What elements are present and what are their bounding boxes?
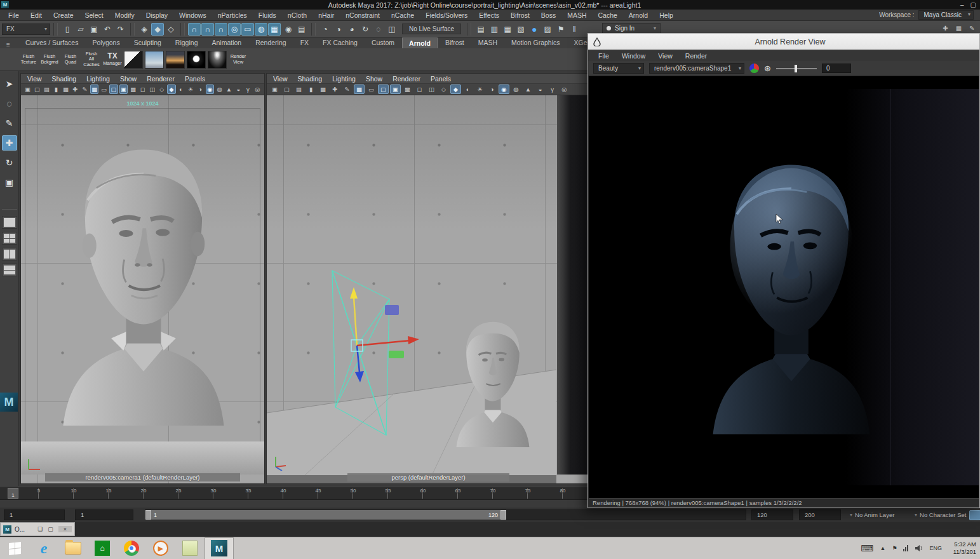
camera-attributes-icon[interactable]: ▤ <box>293 84 304 94</box>
playback-range-bar[interactable]: 1 120 <box>145 510 506 520</box>
film-gate-icon[interactable]: ▭ <box>100 84 108 94</box>
layout-four-pane-icon[interactable] <box>2 232 17 245</box>
group-separator[interactable] <box>180 23 185 36</box>
grease-pencil-icon[interactable]: ✎ <box>81 84 89 94</box>
ao-icon[interactable]: ◉ <box>499 84 509 94</box>
shelf-tab-curves-surfaces[interactable]: Curves / Surfaces <box>19 37 84 48</box>
move-manipulator[interactable] <box>350 287 419 382</box>
live-surface-field[interactable]: No Live Surface <box>402 24 461 34</box>
snap-curve-icon[interactable]: ∩ <box>201 23 214 36</box>
group-separator[interactable] <box>53 23 58 36</box>
shadows-icon[interactable]: ◑ <box>196 84 205 94</box>
shelf-spot-light-thumb[interactable] <box>208 51 227 69</box>
arnold-menu-file[interactable]: File <box>593 52 614 60</box>
shelf-tab-motion-graphics[interactable]: Motion Graphics <box>505 37 566 48</box>
2d-pan-zoom-icon[interactable]: ✚ <box>71 84 79 94</box>
texture-bake-icon[interactable]: ▨ <box>541 23 554 36</box>
light-editor-icon[interactable]: ⚑ <box>554 23 567 36</box>
menu-display[interactable]: Display <box>140 10 173 20</box>
timeline-tick-5[interactable]: 5 <box>38 488 39 499</box>
menu-help[interactable]: Help <box>654 10 679 20</box>
timeline-tick-80[interactable]: 80 <box>562 488 563 499</box>
maximize-icon[interactable]: ▢ <box>48 526 53 532</box>
aa-icon[interactable]: ▲ <box>523 84 534 94</box>
wireframe-icon[interactable]: ◇ <box>438 84 449 94</box>
taskbar-internet-explorer[interactable]: e <box>29 537 58 559</box>
menu-nhair[interactable]: nHair <box>312 10 340 20</box>
panel-menu-shading[interactable]: Shading <box>52 75 77 83</box>
close-icon[interactable]: × <box>58 526 72 532</box>
start-button[interactable] <box>0 537 29 559</box>
shelf-tab-animation[interactable]: Animation <box>205 37 248 48</box>
arnold-menu-view[interactable]: View <box>653 52 678 60</box>
lights-icon[interactable]: ☀ <box>474 84 485 94</box>
exposure-icon[interactable]: ◒ <box>234 84 243 94</box>
shelf-tab-polygons[interactable]: Polygons <box>86 37 126 48</box>
current-frame-marker[interactable]: 1 <box>8 488 18 499</box>
timeline-tick-60[interactable]: 60 <box>422 488 423 499</box>
group-separator[interactable] <box>130 23 135 36</box>
workspace-grid-icon[interactable]: ▦ <box>953 23 964 34</box>
flush-texture-button[interactable]: FlushTexture <box>19 50 38 69</box>
bookmark-icon[interactable]: ▮ <box>52 84 60 94</box>
taskbar-store[interactable]: ⌂ <box>88 537 117 559</box>
image-plane-icon[interactable]: ▦ <box>62 84 70 94</box>
auto-keyframe-toggle[interactable] <box>969 510 980 520</box>
layout-two-pane-stacked-icon[interactable] <box>2 264 17 276</box>
2d-pan-zoom-icon[interactable]: ✚ <box>330 84 340 94</box>
lasso-tool-icon[interactable]: ◌ <box>2 96 17 111</box>
aa-icon[interactable]: ▲ <box>225 84 233 94</box>
taskbar-chrome[interactable] <box>117 537 146 559</box>
field-chart-icon[interactable]: ▩ <box>402 84 413 94</box>
shelf-physical-sky-thumb[interactable] <box>145 51 164 69</box>
taskbar-file-explorer[interactable] <box>58 537 88 559</box>
viewport-persp[interactable]: ViewShadingLightingShowRendererPanels ▣▢… <box>266 73 591 484</box>
flush-bckgrnd-button[interactable]: FlushBckgrnd <box>40 50 59 69</box>
menu-select[interactable]: Select <box>79 10 109 20</box>
panel-menu-lighting[interactable]: Lighting <box>86 75 110 83</box>
panel-menu-show[interactable]: Show <box>366 75 382 83</box>
render-settings-icon[interactable]: ▧ <box>514 23 527 36</box>
range-end-handle[interactable] <box>500 510 506 520</box>
move-tool-icon[interactable]: ✚ <box>2 135 17 151</box>
resolution-gate-icon[interactable]: ▢ <box>378 84 389 94</box>
motion-blur-icon[interactable]: ◍ <box>215 84 224 94</box>
shelf-tab-rendering[interactable]: Rendering <box>249 37 292 48</box>
shelf-tab-sculpting[interactable]: Sculpting <box>128 37 168 48</box>
tx-manager-button[interactable]: TXManager <box>103 50 122 69</box>
bookmark-icon[interactable]: ▮ <box>305 84 316 94</box>
range-track[interactable]: 1 120 <box>145 509 746 520</box>
menu-cache[interactable]: Cache <box>593 10 623 20</box>
menu-boss[interactable]: Boss <box>535 10 561 20</box>
timeline-tick-15[interactable]: 15 <box>108 488 109 499</box>
pose-editor-icon[interactable]: ✎ <box>967 23 977 34</box>
anim-end-field[interactable]: 200 <box>799 509 841 520</box>
light-icon-badge[interactable] <box>385 305 399 315</box>
shelf-tab-rigging[interactable]: Rigging <box>169 37 205 48</box>
shelf-tab-arnold[interactable]: Arnold <box>402 37 438 48</box>
lights-icon[interactable]: ☀ <box>187 84 195 94</box>
viewport-camera1[interactable]: ViewShadingLightingShowRendererPanels ▣▢… <box>20 73 265 484</box>
anim-layer-dropdown[interactable]: No Anim Layer <box>850 511 894 518</box>
film-gate-icon[interactable]: ▭ <box>366 84 377 94</box>
layout-single-pane-icon[interactable] <box>2 216 17 229</box>
arnold-menu-window[interactable]: Window <box>617 52 650 60</box>
menu-fluids[interactable]: Fluids <box>253 10 282 20</box>
arnold-render-view-window[interactable]: Arnold Render View FileWindowViewRender … <box>587 33 980 508</box>
snap-center-icon[interactable]: ▦ <box>268 23 281 36</box>
head-bust-model-persp[interactable] <box>443 316 542 447</box>
gate-mask-icon[interactable]: ▣ <box>390 84 401 94</box>
arnold-menu-render[interactable]: Render <box>680 52 712 60</box>
input-operations-icon[interactable]: ◔ <box>319 23 332 36</box>
scale-tool-icon[interactable]: ▣ <box>2 175 17 190</box>
camera-dropdown[interactable]: renderv005:cameraShape1 <box>649 63 744 74</box>
clock[interactable]: 5:32 AM 11/3/201 <box>948 541 976 556</box>
timeline-tick-65[interactable]: 65 <box>457 488 458 499</box>
flush-quad-button[interactable]: FlushQuad <box>61 50 80 69</box>
menu-bifrost[interactable]: Bifrost <box>505 10 535 20</box>
panel-menu-panels[interactable]: Panels <box>185 75 205 83</box>
character-set-dropdown[interactable]: No Character Set <box>915 511 966 518</box>
select-camera-icon[interactable]: ▣ <box>23 84 32 94</box>
shelf-skydome-light-thumb[interactable] <box>124 51 143 69</box>
open-scene-icon[interactable]: ▱ <box>74 23 87 36</box>
